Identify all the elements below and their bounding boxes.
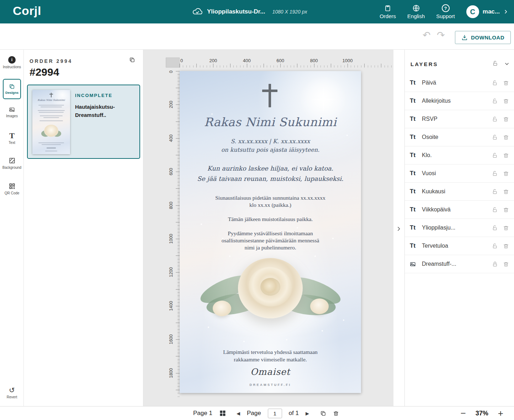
text-layer-icon: Tt [410, 206, 422, 213]
text-layer-service-1[interactable]: Siunaustilaisuus pidetään sunnuntaina xx… [180, 195, 361, 201]
trash-icon[interactable] [503, 152, 509, 158]
layer-row-ylioppilasju[interactable]: Tt Ylioppilasju... [405, 219, 514, 237]
design-canvas[interactable]: Rakas Nimi Sukunimi S. xx.xx.xxxx | K. x… [180, 71, 361, 393]
trash-icon[interactable] [503, 98, 509, 104]
zoom-in-button[interactable]: + [498, 409, 503, 418]
duplicate-page-icon[interactable] [320, 410, 326, 416]
layer-row-allekirjoitus[interactable]: Tt Allekirjoitus [405, 92, 514, 110]
layer-row-paiva[interactable]: Tt Päivä [405, 74, 514, 92]
text-layer-icon: Tt [410, 134, 422, 141]
text-layer-poem-2[interactable]: Se jää taivaan reunan, muistoksi, lupauk… [180, 175, 361, 182]
text-label: Text [9, 141, 15, 145]
support-button[interactable]: ? Support [436, 4, 455, 19]
account-menu[interactable]: C mac... [466, 5, 508, 18]
lock-icon[interactable] [492, 261, 498, 267]
layer-row-osoite[interactable]: Tt Osoite [405, 128, 514, 146]
thumb-cross-icon [51, 93, 52, 97]
orders-button[interactable]: Orders [380, 4, 396, 19]
download-button[interactable]: DOWNLOAD [455, 31, 511, 44]
sidebar-item-qr-code[interactable]: QR Code [0, 183, 24, 195]
cross-icon [269, 84, 271, 107]
unlock-icon[interactable] [492, 98, 498, 104]
sidebar-item-designs[interactable]: Designs [3, 79, 21, 99]
page-summary: Page 1 [193, 410, 212, 417]
text-layer-called[interactable]: on kutsuttu pois ajasta iäisyyteen. [180, 146, 361, 153]
sidebar-item-images[interactable]: Images [0, 107, 24, 118]
trash-icon[interactable] [503, 80, 509, 86]
trash-icon[interactable] [503, 116, 509, 122]
unlock-icon[interactable] [492, 80, 498, 86]
ruler-label: 1000 [343, 58, 353, 63]
sidebar-item-background[interactable]: Background [0, 157, 24, 169]
text-layer-rsvp-1[interactable]: Pyydämme ystävällisesti ilmoittamaan [180, 230, 361, 237]
unlock-icon[interactable] [492, 152, 498, 158]
unlock-icon[interactable] [492, 225, 498, 231]
trash-icon[interactable] [503, 243, 509, 249]
qr-code-label: QR Code [5, 191, 20, 195]
copy-order-icon[interactable] [129, 57, 135, 63]
unlock-icon[interactable] [492, 207, 498, 213]
ruler-label: 200 [168, 98, 174, 111]
text-layer-name[interactable]: Rakas Nimi Sukunimi [180, 115, 361, 129]
next-page-button[interactable]: ▶ [306, 411, 309, 416]
document-title: Ylioppilaskutsu-Dr... [207, 8, 265, 15]
orders-label: Orders [380, 13, 396, 19]
text-layer-rsvp-3[interactable]: nimi ja puhelinnumero. [180, 244, 361, 251]
trash-icon[interactable] [503, 189, 509, 195]
question-icon: ? [442, 4, 450, 12]
background-icon [9, 157, 16, 164]
text-layer-signature[interactable]: Omaiset [180, 367, 361, 377]
ruler-label: 0 [180, 58, 183, 63]
avatar: C [466, 5, 479, 18]
layer-row-klo[interactable]: Tt Klo. [405, 146, 514, 165]
chevron-down-icon[interactable] [504, 61, 510, 67]
layer-row-vuosi[interactable]: Tt Vuosi [405, 165, 514, 183]
pages-grid-icon[interactable] [219, 410, 226, 417]
app-header: Corjl Ylioppilaskutsu-Dr... 1080 X 1920 … [0, 0, 514, 23]
delete-page-icon[interactable] [333, 410, 339, 416]
document-info: Ylioppilaskutsu-Dr... 1080 X 1920 px [192, 0, 307, 23]
revert-button[interactable]: ↺ Revert [0, 387, 24, 399]
text-layer-brand[interactable]: DREAMSTUFF.FI [180, 383, 361, 387]
unlock-icon[interactable] [492, 189, 498, 195]
text-layer-service-2[interactable]: klo xx.xx (paikka.) [180, 202, 361, 208]
text-layer-welcome-1[interactable]: Lämpimästi tervetuloa yhdessä saattamaan [180, 349, 361, 355]
design-card[interactable]: Rakas Nimi Sukunimi INCOMPLETE Hautajais… [27, 85, 140, 159]
layer-row-viikkopaiva[interactable]: Tt Viikkopäivä [405, 201, 514, 219]
previous-page-button[interactable]: ◀ [237, 411, 240, 416]
sidebar-item-instructions[interactable]: i Instructions [0, 56, 24, 69]
text-layer-poem-1[interactable]: Kun aurinko laskee hiljaa, ei valo katoa… [180, 165, 361, 172]
text-layer-memorial[interactable]: Tämän jälkeen muistotilaisuus paikka. [180, 216, 361, 222]
layers-panel: LAYERS Tt Päivä Tt Allekirjoitus Tt RSVP… [404, 50, 514, 406]
layer-row-tervetuloa[interactable]: Tt Tervetuloa [405, 237, 514, 255]
page-number-input[interactable] [268, 409, 282, 418]
unlock-icon[interactable] [492, 134, 498, 140]
zoom-out-button[interactable]: − [461, 409, 466, 418]
collapse-chevron-icon[interactable] [396, 226, 402, 232]
design-thumbnail: Rakas Nimi Sukunimi [32, 90, 70, 154]
trash-icon[interactable] [503, 207, 509, 213]
redo-icon[interactable]: ↷ [437, 31, 445, 40]
undo-icon[interactable]: ↶ [423, 31, 431, 40]
vertical-ruler: 0 200 400 600 800 1000 1200 1400 1600 18… [166, 68, 180, 398]
text-layer-welcome-2[interactable]: rakkaamme viimeiselle matkalle. [180, 356, 361, 363]
language-button[interactable]: English [407, 4, 425, 19]
sidebar-item-text[interactable]: T Text [0, 132, 24, 145]
corjl-logo[interactable]: Corjl [13, 4, 41, 18]
text-layer-rsvp-2[interactable]: osallistumisestanne päivämäärään menness… [180, 237, 361, 244]
trash-icon[interactable] [503, 225, 509, 231]
unlock-icon[interactable] [492, 243, 498, 249]
text-layer-dates[interactable]: S. xx.xx.xxxx | K. xx.xx.xxxx [180, 138, 361, 145]
lock-all-icon[interactable] [492, 60, 498, 66]
trash-icon[interactable] [503, 261, 509, 267]
ruler-label: 1600 [168, 333, 174, 346]
trash-icon[interactable] [503, 171, 509, 177]
layer-row-dreamstuff-image[interactable]: Dreamstuff-... [405, 255, 514, 273]
background-label: Background [2, 166, 21, 169]
page-of-label: of 1 [289, 410, 299, 417]
unlock-icon[interactable] [492, 171, 498, 177]
trash-icon[interactable] [503, 134, 509, 140]
layer-row-rsvp[interactable]: Tt RSVP [405, 110, 514, 128]
layer-row-kuukausi[interactable]: Tt Kuukausi [405, 183, 514, 201]
unlock-icon[interactable] [492, 116, 498, 122]
